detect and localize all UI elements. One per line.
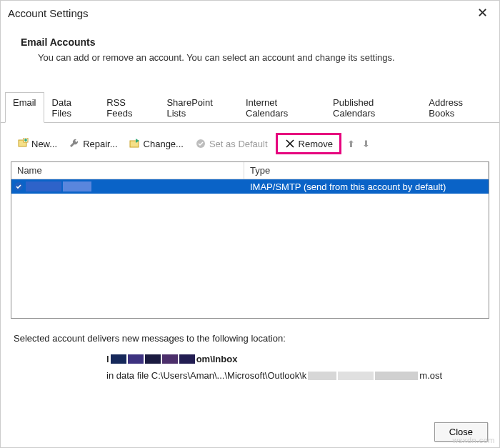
location-folder: l om\Inbox — [106, 354, 486, 364]
change-icon — [129, 138, 141, 149]
set-default-button: Set as Default — [191, 136, 271, 151]
column-type[interactable]: Type — [244, 162, 489, 179]
new-label: New... — [31, 139, 57, 149]
default-account-icon — [11, 181, 26, 191]
title-bar: Account Settings ✕ — [1, 1, 499, 24]
account-name-redacted — [26, 181, 244, 191]
tab-strip: Email Data Files RSS Feeds SharePoint Li… — [1, 91, 499, 123]
location-intro: Selected account delivers new messages t… — [14, 333, 486, 344]
check-circle-icon — [195, 138, 206, 149]
table-row[interactable]: IMAP/SMTP (send from this account by def… — [11, 179, 489, 194]
window-title: Account Settings — [8, 7, 89, 19]
header-subtitle: You can add or remove an account. You ca… — [21, 52, 482, 63]
account-type: IMAP/SMTP (send from this account by def… — [244, 181, 489, 192]
toolbar: New... Repair... Change... Set as Defaul… — [11, 133, 489, 161]
tab-content: New... Repair... Change... Set as Defaul… — [1, 123, 499, 394]
column-name[interactable]: Name — [11, 162, 244, 179]
location-block: Selected account delivers new messages t… — [11, 319, 489, 381]
tab-internet-calendars[interactable]: Internet Calendars — [238, 92, 325, 123]
tab-sharepoint-lists[interactable]: SharePoint Lists — [159, 92, 238, 123]
new-icon — [17, 138, 29, 149]
change-button[interactable]: Change... — [126, 136, 187, 151]
account-list: Name Type IMAP/SMTP (send from this acco… — [11, 161, 489, 319]
location-datafile: in data file C:\Users\Aman\...\Microsoft… — [106, 370, 486, 381]
tab-address-books[interactable]: Address Books — [421, 92, 495, 123]
repair-label: Repair... — [83, 139, 117, 149]
tab-rss-feeds[interactable]: RSS Feeds — [99, 92, 159, 123]
repair-icon — [69, 138, 80, 149]
remove-icon — [284, 138, 296, 149]
tab-published-calendars[interactable]: Published Calendars — [325, 92, 421, 123]
header: Email Accounts You can add or remove an … — [1, 24, 499, 70]
list-header: Name Type — [11, 162, 489, 179]
move-up-icon: ⬆ — [346, 139, 356, 149]
new-button[interactable]: New... — [14, 136, 61, 151]
remove-label: Remove — [299, 139, 333, 149]
repair-button[interactable]: Repair... — [65, 136, 121, 151]
set-default-label: Set as Default — [209, 139, 268, 149]
tab-data-files[interactable]: Data Files — [44, 92, 99, 123]
remove-button[interactable]: Remove — [281, 136, 336, 151]
remove-highlight: Remove — [276, 133, 341, 154]
move-down-icon: ⬇ — [361, 139, 371, 149]
close-icon[interactable]: ✕ — [473, 5, 492, 21]
tab-email[interactable]: Email — [5, 92, 44, 123]
close-button[interactable]: Close — [434, 422, 488, 442]
header-title: Email Accounts — [21, 36, 482, 48]
change-label: Change... — [144, 139, 184, 149]
dialog-footer: Close — [434, 422, 488, 442]
